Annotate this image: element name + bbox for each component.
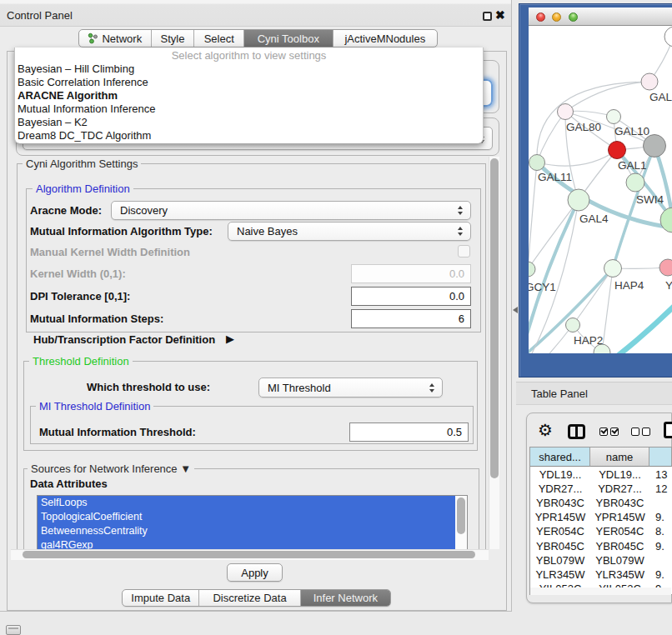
gear-icon[interactable]: ⚙ [538,421,553,439]
column-header-shared-[interactable]: shared... [530,448,590,467]
columns-layout-icon[interactable] [568,424,585,439]
network-node-GAL1[interactable] [609,142,626,159]
select-all-checkbox-icon[interactable] [599,428,608,436]
tab-style[interactable]: Style [151,30,194,47]
minimize-traffic-light[interactable] [552,12,561,22]
tab-infer-network[interactable]: Infer Network [300,590,390,606]
apply-button[interactable]: Apply [227,563,283,582]
deselect-all-checkbox-icon[interactable] [631,428,639,436]
zoom-traffic-light[interactable] [569,12,578,22]
mi-steps-label: Mutual Information Steps: [30,312,163,325]
network-node-top-cut[interactable] [664,27,672,47]
table-cell: 8. [649,524,671,539]
network-node-GAL11[interactable] [529,155,545,171]
network-node-HAP2[interactable] [566,318,580,332]
mi-type-combobox[interactable]: Naive Bayes [228,222,471,241]
table-row[interactable]: YBR043CYBR043C [530,495,671,510]
table-row[interactable]: YBR045CYBR045C9. [530,538,671,553]
mi-steps-input[interactable]: 6 [351,309,471,328]
network-node-biggreen[interactable] [660,208,672,232]
dropdown-item[interactable]: Bayesian – K2 [18,116,88,128]
mi-type-label: Mutual Information Algorithm Type: [30,225,213,238]
column-header-name[interactable]: name [590,448,649,467]
close-traffic-light[interactable] [536,12,545,22]
aracne-mode-label: Aracne Mode: [30,204,102,217]
attribute-item[interactable]: SelfLoops [38,496,455,510]
kernel-width-input[interactable]: 0.0 [351,264,471,283]
network-edge[interactable] [529,325,573,353]
column-header-col2[interactable] [649,448,672,467]
network-node-Y-pink[interactable] [659,259,672,276]
close-icon[interactable]: ✖ [495,8,505,22]
network-node-GAL-pink[interactable] [641,73,658,90]
expand-right-icon[interactable]: ▶ [226,332,234,345]
dropdown-item[interactable]: Bayesian – Hill Climbing [18,62,134,75]
table-row[interactable]: YDL19...YDL19...13 [530,467,671,482]
table-cell: YDR27... [590,481,649,496]
aracne-mode-combobox[interactable]: Discovery [111,201,471,220]
settings-hscrollbar-thumb[interactable] [23,551,475,558]
panel-divider-collapse-icon[interactable] [513,307,518,313]
table-cell: YPR145W [530,510,590,525]
table-panel-title: Table Panel [531,388,588,400]
network-edge[interactable] [565,82,649,112]
combo-arrows-icon [429,383,435,392]
tab-discretize-data[interactable]: Discretize Data [198,590,299,606]
algorithm-definition-title: Algorithm Definition [33,182,133,195]
network-node-HAP4[interactable] [604,260,622,278]
network-window-titlebar[interactable] [529,8,672,26]
dropdown-item[interactable]: Dream8 DC_TDC Algorithm [18,129,151,142]
table-row[interactable]: YLR345WYLR345W9. [530,567,671,582]
manual-kernel-checkbox[interactable] [458,245,470,258]
attributes-scrollbar-thumb[interactable] [457,498,465,534]
table-cell: 9. [649,567,671,582]
tab-cyni-toolbox[interactable]: Cyni Toolbox [243,30,333,47]
settings-vscrollbar-thumb[interactable] [490,158,499,478]
network-node-GAL4[interactable] [568,189,589,211]
tab-network[interactable]: Network [79,30,151,47]
table-row[interactable]: YPR145WYPR145W9. [530,510,671,525]
table-cell: YBR045C [530,538,590,553]
dropdown-item[interactable]: Mutual Information Inference [18,102,155,115]
table-row[interactable]: YER054CYER054C8. [530,524,671,539]
attribute-item[interactable]: BetweennessCentrality [38,524,455,538]
hub-section-label: Hub/Transcription Factor Definition [33,333,215,346]
dropdown-item[interactable]: Basic Correlation Inference [18,76,148,88]
network-edge[interactable] [529,162,537,269]
settings-scroll-viewport: Cyni Algorithm Settings Algorithm Defini… [11,157,489,549]
network-edge[interactable] [537,150,617,166]
collapse-down-icon[interactable]: ▼ [180,462,191,475]
table-cell: YLR345W [530,567,590,582]
which-threshold-combobox[interactable]: MI Threshold [258,378,443,398]
attribute-item[interactable]: TopologicalCoefficient [38,510,455,524]
table-row[interactable]: YIL053CYIL053C9 [530,582,671,588]
minimized-panel-icon[interactable] [6,625,21,635]
table-cell: YER054C [530,524,590,539]
combo-arrows-icon [458,227,464,236]
data-attributes-list[interactable]: SelfLoopsTopologicalCoefficientBetweenne… [37,495,468,549]
float-window-icon[interactable] [483,12,492,21]
table-cell: YDR27... [530,481,590,496]
tab-select[interactable]: Select [193,30,243,47]
tab-jactivemnodules[interactable]: jActiveMNodules [333,30,437,47]
tab-impute-data[interactable]: Impute Data [123,590,198,606]
network-node-GCY1[interactable] [529,262,535,277]
export-file-icon[interactable] [664,422,672,438]
deselect-all-checkbox-icon2[interactable] [642,428,650,436]
select-all-checkbox-icon2[interactable] [610,428,619,436]
attribute-item[interactable]: gal4RGexp [38,538,455,549]
dpi-tolerance-input[interactable]: 0.0 [351,287,471,306]
network-node-GAL80[interactable] [558,104,574,120]
network-node-label: HAP2 [574,334,603,347]
mi-threshold-input[interactable]: 0.5 [349,422,469,442]
network-node-greensm[interactable] [607,110,621,124]
table-row[interactable]: YDR27...YDR27...12 [530,481,671,496]
network-canvas[interactable]: GALGAL80GAL10GAL1GAL11SWI4GAL4GCY1HAP4YH… [529,26,672,353]
dropdown-item[interactable]: ARACNE Algorithm [18,89,118,102]
network-edge[interactable] [537,112,565,162]
control-panel-tabs: NetworkStyleSelectCyni ToolboxjActiveMNo… [78,29,438,48]
table-rows-viewport: YDL19...YDL19...13YDR27...YDR27...12YBR0… [530,467,671,588]
network-node-SWI4[interactable] [626,173,644,192]
network-node-GAL10[interactable] [644,135,666,158]
table-row[interactable]: YBL079WYBL079W [530,552,671,568]
